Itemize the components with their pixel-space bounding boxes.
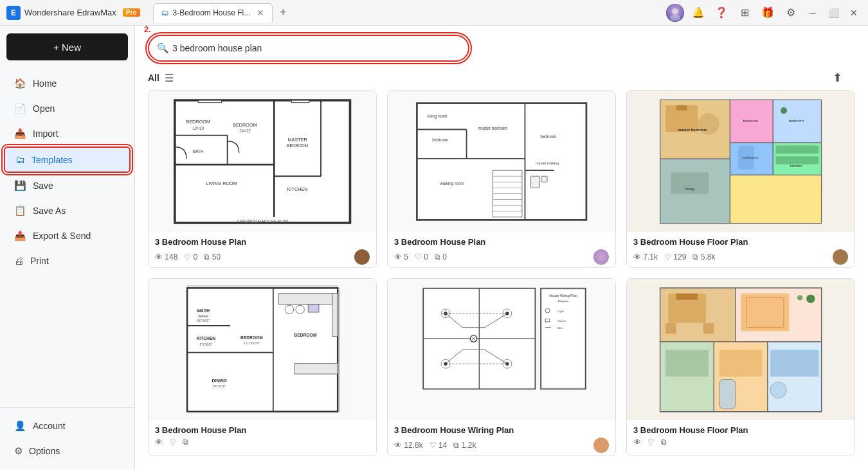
- scroll-top-btn[interactable]: ⬆: [833, 71, 842, 85]
- sidebar-item-account[interactable]: 👤 Account: [4, 414, 131, 438]
- svg-rect-138: [770, 350, 818, 376]
- minimize-btn[interactable]: ─: [805, 5, 820, 21]
- notification-btn[interactable]: 🔔: [689, 4, 707, 22]
- svg-text:14×12: 14×12: [239, 128, 251, 133]
- save-as-icon: 📋: [14, 205, 26, 217]
- svg-text:KITCHEN: KITCHEN: [196, 336, 215, 341]
- template-thumbnail-3: master bedroom bedroom bedroom bathroom …: [627, 91, 854, 232]
- template-card-3[interactable]: master bedroom bedroom bedroom bathroom …: [626, 90, 855, 268]
- template-card-1[interactable]: BEDROOM 12×10 BATH BEDROOM 14×12 LIVING …: [148, 90, 377, 268]
- svg-text:8'0"X6'8": 8'0"X6'8": [199, 342, 212, 346]
- svg-rect-51: [730, 175, 821, 223]
- svg-text:Switch: Switch: [557, 319, 566, 322]
- template-thumbnail-4: WASH AREA 8'0"X3'0" KITCHEN 8'0"X6'8" BE…: [149, 279, 376, 420]
- svg-text:BEDROOM: BEDROOM: [287, 143, 308, 147]
- likes-1: ♡ 0: [184, 252, 197, 261]
- svg-text:walking room: walking room: [439, 181, 464, 186]
- sidebar: + New 🏠 Home 📄 Open 📥 Import 🗂 Templates…: [0, 26, 135, 469]
- sidebar-item-home[interactable]: 🏠 Home: [4, 71, 131, 96]
- svg-text:BEDROOM: BEDROOM: [240, 335, 263, 339]
- template-title-4: 3 Bedroom House Plan: [155, 425, 370, 435]
- likes-5: ♡ 14: [429, 441, 448, 450]
- views-4: 👁: [155, 438, 163, 447]
- copies-3: ⧉ 5.8k: [692, 252, 715, 261]
- svg-text:bedroom: bedroom: [743, 119, 758, 123]
- pro-badge: Pro: [123, 8, 140, 17]
- sidebar-nav: 🏠 Home 📄 Open 📥 Import 🗂 Templates 💾 Sav…: [0, 68, 134, 407]
- svg-rect-136: [665, 350, 709, 376]
- views-6: 👁: [633, 438, 641, 447]
- template-title-6: 3 Bedroom House Floor Plan: [633, 425, 848, 435]
- share-btn[interactable]: 🎁: [759, 4, 777, 22]
- template-info-1: 3 Bedroom House Plan 👁 148 ♡ 0 ⧉ 50: [149, 232, 376, 268]
- template-card-2[interactable]: living room bedroom master bedroom walki…: [387, 90, 616, 268]
- template-card-4[interactable]: WASH AREA 8'0"X3'0" KITCHEN 8'0"X6'8" BE…: [148, 278, 377, 456]
- sidebar-item-save[interactable]: 💾 Save: [4, 173, 131, 198]
- filter-all-label: All: [148, 73, 159, 83]
- svg-text:master bedroom: master bedroom: [478, 125, 507, 130]
- sidebar-item-options[interactable]: ⚙ Options: [4, 439, 131, 463]
- sidebar-item-import[interactable]: 📥 Import: [4, 121, 131, 146]
- svg-text:BEDROOM: BEDROOM: [186, 119, 210, 125]
- app-logo: E Wondershare EdrawMax Pro: [6, 6, 140, 20]
- svg-rect-75: [308, 304, 319, 312]
- sidebar-item-save-as[interactable]: 📋 Save As: [4, 199, 131, 223]
- author-avatar-1: [354, 249, 370, 265]
- help-btn[interactable]: ❓: [712, 4, 730, 22]
- template-card-5[interactable]: House Wiring Plan Diagram Light Switch W…: [387, 278, 616, 456]
- settings-btn[interactable]: ⚙: [782, 4, 800, 22]
- sidebar-item-home-label: Home: [33, 78, 57, 89]
- filter-menu-icon[interactable]: ☰: [165, 72, 174, 84]
- sidebar-bottom: 👤 Account ⚙ Options: [0, 407, 134, 469]
- svg-rect-23: [417, 103, 586, 220]
- tab-label: 3-Bedroom House Fl...: [173, 8, 251, 17]
- template-thumbnail-6: [627, 279, 854, 420]
- options-icon: ⚙: [14, 445, 23, 457]
- copies-2: ⧉ 0: [435, 252, 447, 261]
- sidebar-item-print[interactable]: 🖨 Print: [4, 249, 131, 272]
- svg-rect-139: [719, 379, 736, 409]
- home-icon: 🏠: [14, 78, 26, 89]
- sidebar-item-export[interactable]: 📤 Export & Send: [4, 224, 131, 248]
- new-button[interactable]: + New: [6, 33, 128, 60]
- template-card-6[interactable]: 3 Bedroom House Floor Plan 👁 ♡ ⧉: [626, 278, 855, 456]
- sidebar-item-open[interactable]: 📄 Open: [4, 96, 131, 121]
- template-title-2: 3 Bedroom House Plan: [394, 237, 609, 247]
- close-btn[interactable]: ✕: [846, 5, 862, 21]
- search-wrapper: 🔍: [148, 35, 469, 62]
- template-meta-3: 👁 7.1k ♡ 129 ⧉ 5.8k: [633, 249, 848, 265]
- copies-6: ⧉: [661, 438, 667, 447]
- search-input[interactable]: [149, 36, 468, 60]
- app-name: Wondershare EdrawMax: [24, 8, 116, 17]
- add-tab-button[interactable]: +: [275, 5, 291, 21]
- svg-point-1: [672, 8, 678, 15]
- tab-close-btn[interactable]: ✕: [257, 8, 264, 18]
- svg-rect-70: [278, 293, 332, 304]
- svg-text:8'0"X8'0": 8'0"X8'0": [213, 384, 226, 388]
- template-info-6: 3 Bedroom House Floor Plan 👁 ♡ ⧉: [627, 420, 854, 452]
- sidebar-item-options-label: Options: [29, 446, 60, 456]
- template-meta-5: 👁 12.8k ♡ 14 ⧉ 1.2k: [394, 438, 609, 453]
- active-tab[interactable]: 🗂 3-Bedroom House Fl... ✕: [153, 3, 273, 22]
- sidebar-item-templates[interactable]: 🗂 Templates: [4, 146, 131, 173]
- template-meta-2: 👁 5 ♡ 0 ⧉ 0: [394, 249, 609, 265]
- template-info-5: 3 Bedroom House Wiring Plan 👁 12.8k ♡ 14…: [388, 420, 615, 456]
- tabs-bar: 🗂 3-Bedroom House Fl... ✕ +: [153, 3, 667, 22]
- apps-btn[interactable]: ⊞: [736, 4, 754, 22]
- print-icon: 🖨: [14, 255, 24, 266]
- search-area: 🔍: [135, 26, 868, 68]
- template-thumbnail-1: BEDROOM 12×10 BATH BEDROOM 14×12 LIVING …: [149, 91, 376, 232]
- app-body: + New 🏠 Home 📄 Open 📥 Import 🗂 Templates…: [0, 26, 868, 469]
- app-icon: E: [6, 6, 21, 20]
- svg-text:kitchen: kitchen: [790, 163, 802, 167]
- views-3: 👁 7.1k: [633, 252, 658, 261]
- svg-text:bedroom: bedroom: [540, 134, 556, 139]
- svg-rect-30: [541, 176, 547, 182]
- sidebar-item-open-label: Open: [33, 103, 55, 114]
- search-icon: 🔍: [157, 42, 169, 54]
- template-meta-1: 👁 148 ♡ 0 ⧉ 50: [155, 249, 370, 265]
- maximize-btn[interactable]: ⬜: [826, 5, 841, 21]
- template-info-3: 3 Bedroom House Floor Plan 👁 7.1k ♡ 129 …: [627, 232, 854, 268]
- svg-rect-129: [676, 293, 698, 299]
- author-avatar-3: [833, 249, 848, 265]
